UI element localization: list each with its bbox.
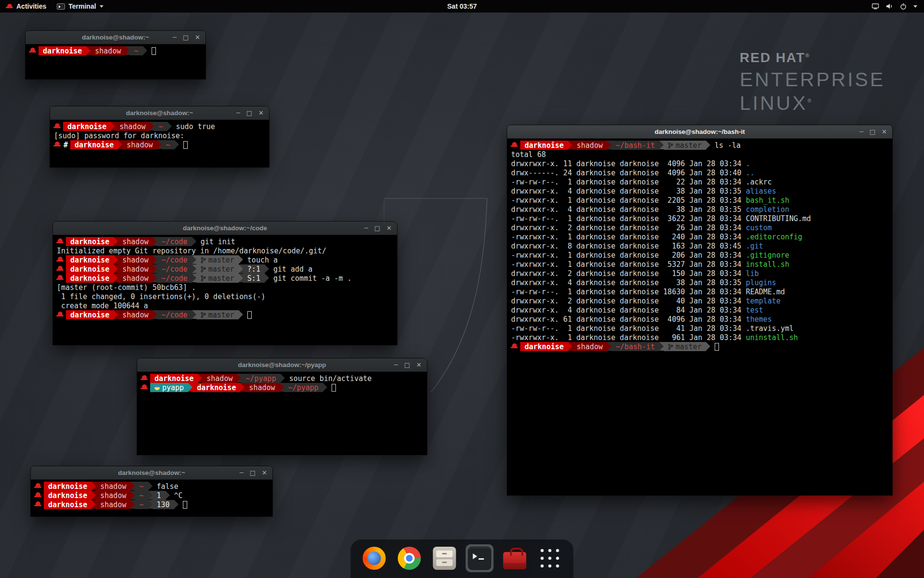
- terminal-line: drwxrwxr-x. 8 darknoise darknoise 163 Ja…: [507, 241, 891, 250]
- minimize-button[interactable]: ─: [364, 225, 368, 231]
- prompt-segment-host: shadow: [118, 264, 153, 274]
- terminal-window-home-small[interactable]: darknoise@shadow:~ ─ □ ✕ darknoiseshadow…: [26, 31, 205, 79]
- powerline-separator: [659, 342, 664, 351]
- terminal-content[interactable]: darknoiseshadow~: [26, 44, 205, 79]
- powerline-separator: [239, 274, 243, 282]
- command-text: ^C: [170, 491, 183, 500]
- maximize-button[interactable]: □: [183, 34, 189, 40]
- firefox-dock-item[interactable]: [360, 544, 388, 572]
- close-button[interactable]: ✕: [386, 225, 392, 231]
- output-text: drwxrwxr-x. 4 darknoise darknoise 38 Jan…: [507, 205, 746, 214]
- terminal-cursor: [183, 501, 187, 509]
- minimize-button[interactable]: ─: [240, 470, 244, 476]
- app-grid-dock-item[interactable]: [536, 544, 564, 572]
- chrome-dock-item[interactable]: [396, 544, 424, 572]
- terminal-line: drwxrwxr-x. 4 darknoise darknoise 38 Jan…: [507, 186, 891, 196]
- terminal-content[interactable]: darknoiseshadow~/pyappsource bin/activat…: [137, 372, 427, 455]
- prompt-segment-user: darknoise: [66, 310, 114, 319]
- minimize-button[interactable]: ─: [860, 129, 863, 135]
- close-button[interactable]: ✕: [416, 362, 422, 368]
- terminal-window-exit-codes[interactable]: darknoise@shadow:~ ─ □ ✕ darknoiseshadow…: [31, 466, 272, 516]
- maximize-button[interactable]: □: [246, 110, 252, 116]
- directory-name: custom: [746, 223, 772, 232]
- close-button[interactable]: ✕: [882, 129, 887, 135]
- display-icon[interactable]: [872, 2, 879, 10]
- prompt-segment-host: shadow: [96, 500, 130, 509]
- maximize-button[interactable]: □: [404, 362, 410, 368]
- prompt-segment-path: ~/bash-it: [611, 342, 659, 351]
- terminal-line: darknoiseshadow~/bash-itmaster: [507, 342, 891, 351]
- minimize-button[interactable]: ─: [394, 362, 398, 368]
- window-titlebar[interactable]: darknoise@shadow:~ ─ □ ✕: [31, 466, 272, 480]
- powerline-separator: [192, 310, 196, 319]
- terminal-line: darknoiseshadow~/pyappsource bin/activat…: [137, 374, 426, 383]
- prompt-segment-path: ~/code: [157, 255, 192, 264]
- terminal-content[interactable]: darknoiseshadow~sudo true[sudo] password…: [50, 120, 269, 167]
- terminal-line: drwxrwxr-x. 61 darknoise darknoise 4096 …: [507, 315, 891, 324]
- window-title: darknoise@shadow:~: [126, 109, 193, 117]
- terminal-app-icon: [57, 3, 65, 10]
- toolbox-dock-item[interactable]: [501, 544, 529, 572]
- system-status-area[interactable]: [872, 0, 924, 13]
- clock[interactable]: Sat 03:57: [447, 2, 476, 10]
- powerline-separator: [114, 264, 118, 273]
- redhat-prompt-icon: [56, 264, 64, 274]
- close-button[interactable]: ✕: [195, 34, 200, 40]
- terminal-content[interactable]: darknoiseshadow~falsedarknoiseshadow~1^C…: [31, 480, 272, 516]
- powerline-separator: [148, 500, 153, 509]
- terminal-dock-item[interactable]: [466, 544, 494, 572]
- chevron-down-icon[interactable]: [913, 5, 917, 8]
- directory-name: .git: [746, 241, 763, 250]
- terminal-line: drwxrwxr-x. 2 darknoise darknoise 26 Jan…: [507, 223, 891, 232]
- minimize-button[interactable]: ─: [173, 34, 177, 40]
- prompt-segment-status: 130: [153, 500, 174, 509]
- git-branch-icon: [201, 266, 206, 273]
- terminal-window-pyapp[interactable]: darknoise@shadow:~/pyapp ─ □ ✕ darknoise…: [137, 358, 427, 455]
- maximize-button[interactable]: □: [250, 470, 256, 476]
- maximize-button[interactable]: □: [870, 129, 875, 135]
- redhat-prompt-icon: [56, 274, 64, 283]
- prompt-segment-path: ~: [129, 46, 142, 55]
- output-text: drwxrwxr-x. 61 darknoise darknoise 4096 …: [507, 315, 746, 324]
- terminal-line: darknoiseshadow~/codemasterS:1git commit…: [53, 274, 396, 283]
- maximize-button[interactable]: □: [374, 225, 380, 231]
- window-titlebar[interactable]: darknoise@shadow:~ ─ □ ✕: [50, 106, 269, 120]
- terminal-line: drwxrwxr-x. 4 darknoise darknoise 38 Jan…: [507, 278, 891, 287]
- top-bar: Activities Terminal Sat 03:57: [0, 0, 924, 13]
- powerline-separator: [91, 482, 96, 490]
- window-titlebar[interactable]: darknoise@shadow:~/pyapp ─ □ ✕: [137, 358, 427, 372]
- app-menu-terminal[interactable]: Terminal: [52, 0, 108, 13]
- powerline-separator: [192, 255, 196, 264]
- prompt-segment-path: ~/code: [157, 264, 192, 274]
- window-titlebar[interactable]: darknoise@shadow:~/code ─ □ ✕: [53, 222, 397, 235]
- prompt-segment-user: darknoise: [66, 255, 114, 264]
- terminal-window-sudo[interactable]: darknoise@shadow:~ ─ □ ✕ darknoiseshadow…: [50, 106, 269, 167]
- prompt-segment-user: darknoise: [70, 140, 118, 149]
- files-dock-item[interactable]: [431, 544, 459, 572]
- terminal-window-code[interactable]: darknoise@shadow:~/code ─ □ ✕ darknoises…: [53, 222, 397, 345]
- terminal-content[interactable]: darknoiseshadow~/codegit initInitialized…: [53, 235, 397, 345]
- prompt-segment-status: S:1: [243, 274, 265, 283]
- powerline-separator: [175, 140, 179, 149]
- terminal-line: #darknoiseshadow~: [50, 140, 268, 149]
- powerline-separator: [706, 141, 710, 149]
- power-icon[interactable]: [899, 2, 907, 10]
- prompt-segment-path: ~/code: [157, 310, 192, 319]
- output-text: drwxrwxr-x. 2 darknoise darknoise 150 Ja…: [507, 269, 746, 278]
- terminal-window-bash-it[interactable]: darknoise@shadow:~/bash-it ─ □ ✕ darknoi…: [507, 125, 892, 495]
- minimize-button[interactable]: ─: [236, 110, 240, 116]
- redhat-prompt-icon: [29, 46, 36, 55]
- prompt-segment-host: shadow: [96, 482, 130, 491]
- close-button[interactable]: ✕: [262, 470, 267, 476]
- terminal-line: darknoiseshadow~/codemaster: [53, 310, 396, 319]
- window-titlebar[interactable]: darknoise@shadow:~/bash-it ─ □ ✕: [507, 125, 892, 139]
- close-button[interactable]: ✕: [258, 110, 264, 116]
- powerline-separator: [153, 237, 157, 246]
- window-titlebar[interactable]: darknoise@shadow:~ ─ □ ✕: [26, 31, 205, 44]
- terminal-content[interactable]: darknoiseshadow~/bash-itmasterls -latota…: [507, 139, 892, 495]
- powerline-separator: [607, 141, 611, 149]
- volume-icon[interactable]: [886, 2, 893, 10]
- terminal-line: darknoiseshadow~/bash-itmasterls -la: [507, 141, 891, 150]
- terminal-line: create mode 100644 a: [53, 301, 396, 310]
- activities-button[interactable]: Activities: [0, 0, 52, 13]
